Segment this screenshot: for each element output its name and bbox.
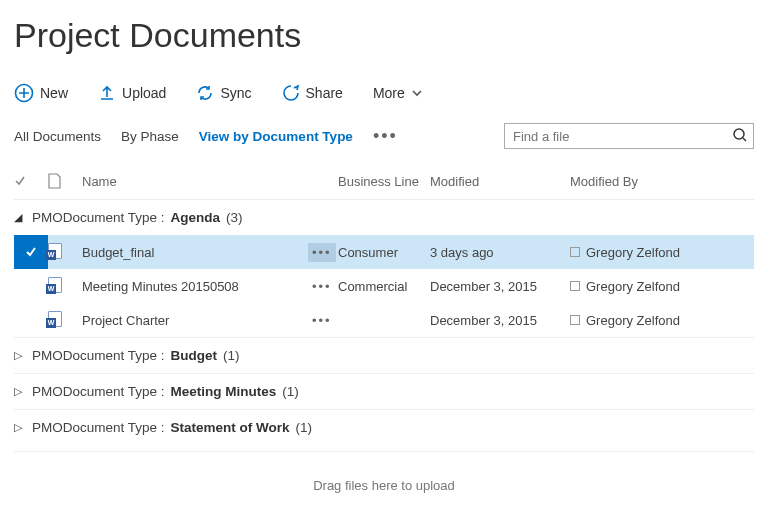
- caret-right-icon: ▷: [14, 385, 26, 398]
- group-count: (3): [226, 210, 243, 225]
- group-header[interactable]: ◢PMODocument Type : Agenda (3): [14, 199, 754, 235]
- view-by-phase[interactable]: By Phase: [121, 129, 179, 144]
- plus-circle-icon: [14, 83, 34, 103]
- group-header[interactable]: ▷PMODocument Type : Budget (1): [14, 337, 754, 373]
- modified-cell: December 3, 2015: [430, 279, 570, 294]
- search-input[interactable]: [504, 123, 754, 149]
- group-count: (1): [282, 384, 299, 399]
- business-line-cell: Commercial: [338, 279, 430, 294]
- drop-zone-hint: Drag files here to upload: [14, 451, 754, 503]
- group-prefix: PMODocument Type :: [32, 384, 165, 399]
- file-type-icon: [48, 311, 78, 330]
- search-box: [504, 123, 754, 149]
- more-views-button[interactable]: •••: [373, 126, 398, 147]
- more-button[interactable]: More: [373, 85, 423, 101]
- group-count: (1): [296, 420, 313, 435]
- file-name[interactable]: Meeting Minutes 20150508: [78, 279, 308, 294]
- select-all-checkbox[interactable]: [14, 175, 48, 187]
- page-title: Project Documents: [14, 16, 754, 55]
- table-header: Name Business Line Modified Modified By: [14, 169, 754, 199]
- check-icon: [25, 246, 37, 258]
- table-row[interactable]: Project Charter•••December 3, 2015Gregor…: [14, 303, 754, 337]
- share-button[interactable]: Share: [282, 84, 343, 102]
- group-label: Statement of Work: [171, 420, 290, 435]
- caret-down-icon: ◢: [14, 211, 26, 224]
- svg-point-1: [734, 129, 744, 139]
- group-prefix: PMODocument Type :: [32, 420, 165, 435]
- views-bar: All Documents By Phase View by Document …: [14, 126, 398, 147]
- file-type-icon: [48, 277, 78, 296]
- column-modified-by[interactable]: Modified By: [570, 174, 754, 189]
- check-icon: [14, 175, 26, 187]
- document-table: Name Business Line Modified Modified By …: [14, 169, 754, 445]
- column-modified[interactable]: Modified: [430, 174, 570, 189]
- new-button[interactable]: New: [14, 83, 68, 103]
- word-doc-icon: [48, 277, 62, 293]
- modified-by-cell: Gregory Zelfond: [570, 245, 754, 260]
- search-icon[interactable]: [732, 127, 748, 143]
- column-business-line[interactable]: Business Line: [338, 174, 430, 189]
- group-prefix: PMODocument Type :: [32, 210, 165, 225]
- word-doc-icon: [48, 311, 62, 327]
- upload-icon: [98, 84, 116, 102]
- toolbar: New Upload Sync Share More: [14, 83, 754, 103]
- new-label: New: [40, 85, 68, 101]
- group-count: (1): [223, 348, 240, 363]
- row-more-button[interactable]: •••: [308, 243, 336, 262]
- modified-by-cell: Gregory Zelfond: [570, 313, 754, 328]
- caret-right-icon: ▷: [14, 349, 26, 362]
- sync-icon: [196, 84, 214, 102]
- column-name[interactable]: Name: [78, 174, 308, 189]
- sync-label: Sync: [220, 85, 251, 101]
- group-prefix: PMODocument Type :: [32, 348, 165, 363]
- chevron-down-icon: [411, 87, 423, 99]
- group-label: Budget: [171, 348, 218, 363]
- file-name[interactable]: Project Charter: [78, 313, 308, 328]
- table-row[interactable]: Budget_final•••Consumer3 days agoGregory…: [14, 235, 754, 269]
- upload-label: Upload: [122, 85, 166, 101]
- group-label: Meeting Minutes: [171, 384, 277, 399]
- user-presence-icon: [570, 247, 580, 257]
- user-presence-icon: [570, 315, 580, 325]
- group-header[interactable]: ▷PMODocument Type : Statement of Work (1…: [14, 409, 754, 445]
- share-label: Share: [306, 85, 343, 101]
- sync-button[interactable]: Sync: [196, 84, 251, 102]
- modified-cell: 3 days ago: [430, 245, 570, 260]
- modified-by-cell: Gregory Zelfond: [570, 279, 754, 294]
- file-type-icon: [48, 243, 78, 262]
- row-more-button[interactable]: •••: [308, 277, 336, 296]
- business-line-cell: Consumer: [338, 245, 430, 260]
- row-checkbox[interactable]: [14, 235, 48, 269]
- user-presence-icon: [570, 281, 580, 291]
- share-icon: [282, 84, 300, 102]
- group-label: Agenda: [171, 210, 221, 225]
- table-row[interactable]: Meeting Minutes 20150508•••CommercialDec…: [14, 269, 754, 303]
- type-column-icon: [48, 173, 78, 189]
- upload-button[interactable]: Upload: [98, 84, 166, 102]
- word-doc-icon: [48, 243, 62, 259]
- modified-cell: December 3, 2015: [430, 313, 570, 328]
- group-header[interactable]: ▷PMODocument Type : Meeting Minutes (1): [14, 373, 754, 409]
- caret-right-icon: ▷: [14, 421, 26, 434]
- more-label: More: [373, 85, 405, 101]
- view-by-document-type[interactable]: View by Document Type: [199, 129, 353, 144]
- view-all-documents[interactable]: All Documents: [14, 129, 101, 144]
- row-more-button[interactable]: •••: [308, 311, 336, 330]
- file-name[interactable]: Budget_final: [78, 245, 308, 260]
